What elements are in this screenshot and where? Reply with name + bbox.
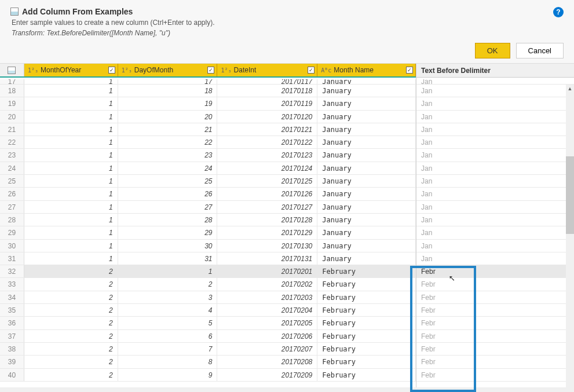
table-row[interactable]: 2212220170122January [0,136,416,149]
new-column-cell-row[interactable]: Febr [416,304,574,317]
new-column-cell-row[interactable]: Febr [416,317,574,329]
checkbox-icon[interactable]: ✓ [308,67,315,74]
example-cell[interactable]: Jan [416,97,437,109]
example-cell[interactable]: Jan [416,123,437,135]
example-cell[interactable]: Febr [416,317,440,329]
new-column-cell-row[interactable]: Jan [416,252,574,265]
new-column-cell-row[interactable]: Jan [416,123,574,136]
row-number: 40 [0,369,24,381]
new-column-cell-row[interactable]: Jan [416,136,574,149]
new-column-cell-row[interactable]: Jan [416,97,574,110]
table-row[interactable]: 392820170208February [0,356,416,368]
table-row[interactable]: 342320170203February [0,291,416,304]
cell-monthofyear: 1 [24,240,118,252]
example-cell[interactable]: Jan [416,226,437,239]
column-header-monthname[interactable]: Aᴮc Month Name ✓ [317,64,416,76]
example-cell[interactable]: Jan [416,162,437,174]
table-row[interactable]: 1811820170118January [0,85,416,97]
example-cell[interactable]: Jan [416,85,437,97]
table-row[interactable]: 3013020170130January [0,240,416,252]
new-column-cell-row[interactable]: Jan [416,111,574,123]
example-cell[interactable]: Febr [416,265,440,277]
table-row[interactable]: 2512520170125January [0,175,416,188]
new-column-cell-row[interactable]: Febr [416,265,574,278]
table-row[interactable]: 322120170201February [0,265,416,278]
example-cell[interactable]: Febr [416,369,440,381]
table-row[interactable]: 2912920170129January [0,226,416,239]
ok-button[interactable]: OK [475,43,510,58]
cell-dateint: 20170202 [217,278,317,290]
help-icon[interactable]: ? [553,7,564,17]
example-cell[interactable]: Jan [416,240,437,252]
grid-area: 1²₃ MonthOfYear ✓ 1²₃ DayOfMonth ✓ 1²₃ D… [0,64,574,387]
table-row[interactable]: 2612620170126January [0,188,416,200]
checkbox-icon[interactable]: ✓ [108,67,115,74]
table-row[interactable]: 382720170207February [0,343,416,356]
checkbox-icon[interactable]: ✓ [207,67,214,74]
column-header-monthofyear[interactable]: 1²₃ MonthOfYear ✓ [24,64,118,76]
new-column: Text Before Delimiter JanJanJanJanJanJan… [416,64,574,387]
example-cell[interactable]: Jan [416,214,437,226]
table-row[interactable]: 1711720170117January [0,78,416,85]
scrollbar-vertical[interactable]: ▲ [566,85,574,391]
table-row[interactable]: 2712720170127January [0,201,416,214]
column-header-dateint[interactable]: 1²₃ DateInt ✓ [217,64,317,76]
example-cell[interactable]: Febr [416,343,440,355]
new-column-cell-row[interactable]: Jan [416,149,574,162]
new-column-header[interactable]: Text Before Delimiter [416,64,574,78]
row-number: 24 [0,162,24,174]
new-column-cell-row[interactable]: Jan [416,175,574,188]
new-column-cell-row[interactable]: Jan [416,188,574,200]
example-cell[interactable]: Jan [416,252,437,265]
cell-monthname: February [317,291,416,303]
scroll-thumb[interactable] [566,156,574,234]
example-cell[interactable]: Jan [416,136,437,148]
new-column-cell-row[interactable]: Febr [416,356,574,368]
example-cell[interactable]: Febr [416,330,440,342]
cell-dateint: 20170129 [217,226,317,239]
cell-monthname: February [317,317,416,329]
table-row[interactable]: 2012020170120January [0,111,416,123]
cell-monthname: January [317,240,416,252]
example-cell[interactable]: Jan [416,201,437,213]
cell-dayofmonth: 21 [118,123,218,135]
table-row[interactable]: 372620170206February [0,330,416,343]
cell-dayofmonth: 4 [118,304,218,316]
example-cell[interactable]: Febr [416,291,440,303]
table-row[interactable]: 332220170202February [0,278,416,291]
table-row[interactable]: 352420170204February [0,304,416,317]
new-column-cell-row[interactable]: Jan [416,240,574,252]
row-number-header[interactable] [0,64,24,76]
new-column-cell-row[interactable]: Febr [416,330,574,343]
new-column-cell-row[interactable]: Febr [416,369,574,382]
example-cell[interactable]: Jan [416,79,437,84]
table-row[interactable]: 2812820170128January [0,214,416,226]
table-row[interactable]: 402920170209February [0,369,416,382]
new-column-cell-row[interactable]: Jan [416,78,574,85]
table-row[interactable]: 2112120170121January [0,123,416,136]
new-column-cell-row[interactable]: Jan [416,214,574,226]
example-cell[interactable]: Febr [416,278,440,290]
scroll-up-icon[interactable]: ▲ [566,85,574,93]
new-column-cell-row[interactable]: Jan [416,85,574,97]
new-column-cell-row[interactable]: Jan [416,162,574,175]
new-column-cell-row[interactable]: Febr [416,291,574,304]
table-row[interactable]: 362520170205February [0,317,416,329]
checkbox-icon[interactable]: ✓ [406,67,413,74]
new-column-cell-row[interactable]: Jan [416,201,574,214]
new-column-cell-row[interactable]: Jan [416,226,574,239]
example-cell[interactable]: Febr [416,304,440,316]
table-row[interactable]: 3113120170131January [0,252,416,265]
example-cell[interactable]: Jan [416,188,437,200]
example-cell[interactable]: Jan [416,175,437,187]
column-header-dayofmonth[interactable]: 1²₃ DayOfMonth ✓ [118,64,218,76]
new-column-cell-row[interactable]: Febr [416,278,574,291]
table-row[interactable]: 2412420170124January [0,162,416,175]
table-row[interactable]: 1911920170119January [0,97,416,110]
example-cell[interactable]: Jan [416,111,437,123]
example-cell[interactable]: Febr [416,356,440,368]
cancel-button[interactable]: Cancel [516,43,564,58]
table-row[interactable]: 2312320170123January [0,149,416,162]
example-cell[interactable]: Jan [416,149,437,161]
new-column-cell-row[interactable]: Febr [416,343,574,356]
